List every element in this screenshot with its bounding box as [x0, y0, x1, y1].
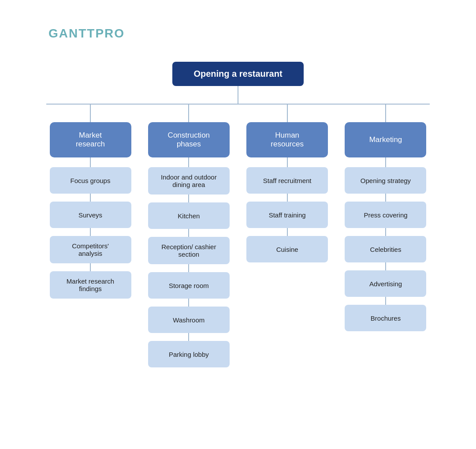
- cat-market-research: Marketresearch: [50, 122, 131, 157]
- cat-human-resources: Humanresources: [246, 122, 328, 157]
- child-focus-groups: Focus groups: [50, 167, 131, 194]
- child-conn: [385, 262, 386, 270]
- child-conn: [90, 228, 91, 236]
- v-drop-4: [385, 105, 386, 122]
- child-conn: [90, 194, 91, 202]
- column-human-resources: Humanresources Staff recruitment Staff t…: [243, 105, 331, 262]
- cat-conn-1: [90, 157, 91, 167]
- child-celebrities: Celebrities: [345, 236, 426, 262]
- cat-conn-2: [188, 157, 189, 167]
- child-advertising: Advertising: [345, 270, 426, 297]
- child-indoor-outdoor: Indoor and outdoordining area: [148, 167, 230, 195]
- child-conn: [188, 299, 189, 307]
- child-press-covering: Press covering: [345, 202, 426, 228]
- column-market-research: Marketresearch Focus groups Surveys Comp…: [46, 105, 134, 299]
- child-opening-strategy: Opening strategy: [345, 167, 426, 194]
- child-washroom: Washroom: [148, 307, 230, 333]
- v-drop-3: [287, 105, 288, 122]
- cat-marketing: Marketing: [345, 122, 426, 157]
- child-conn: [385, 297, 386, 305]
- cat-construction-phases: Constructionphases: [148, 122, 230, 157]
- column-marketing: Marketing Opening strategy Press coverin…: [342, 105, 430, 331]
- child-conn: [188, 264, 189, 272]
- columns-area: Marketresearch Focus groups Surveys Comp…: [46, 105, 430, 367]
- root-connector: [238, 86, 238, 104]
- child-competitors-analysis: Competitors'analysis: [50, 236, 131, 263]
- child-brochures: Brochures: [345, 305, 426, 331]
- child-parking-lobby: Parking lobby: [148, 341, 230, 367]
- v-drop-1: [90, 105, 91, 122]
- column-construction-phases: Constructionphases Indoor and outdoordin…: [145, 105, 233, 367]
- v-drop-2: [188, 105, 189, 122]
- cat-conn-3: [287, 157, 288, 167]
- child-staff-recruitment: Staff recruitment: [246, 167, 328, 194]
- diagram: Opening a restaurant Marketresearch Focu…: [0, 0, 476, 367]
- child-staff-training: Staff training: [246, 202, 328, 228]
- child-storage-room: Storage room: [148, 272, 230, 299]
- child-conn: [287, 228, 288, 236]
- logo: GANTTPRO: [48, 26, 125, 41]
- child-conn: [287, 194, 288, 202]
- child-conn: [188, 229, 189, 237]
- child-cuisine: Cuisine: [246, 236, 328, 262]
- child-conn: [90, 263, 91, 271]
- cat-conn-4: [385, 157, 386, 167]
- child-kitchen: Kitchen: [148, 202, 230, 229]
- child-surveys: Surveys: [50, 202, 131, 228]
- child-conn: [385, 228, 386, 236]
- child-conn: [385, 194, 386, 202]
- child-market-research-findings: Market researchfindings: [50, 271, 131, 299]
- child-conn: [188, 195, 189, 202]
- root-node: Opening a restaurant: [172, 62, 303, 86]
- child-conn: [188, 333, 189, 341]
- child-reception-cashier: Reception/ cashiersection: [148, 237, 230, 264]
